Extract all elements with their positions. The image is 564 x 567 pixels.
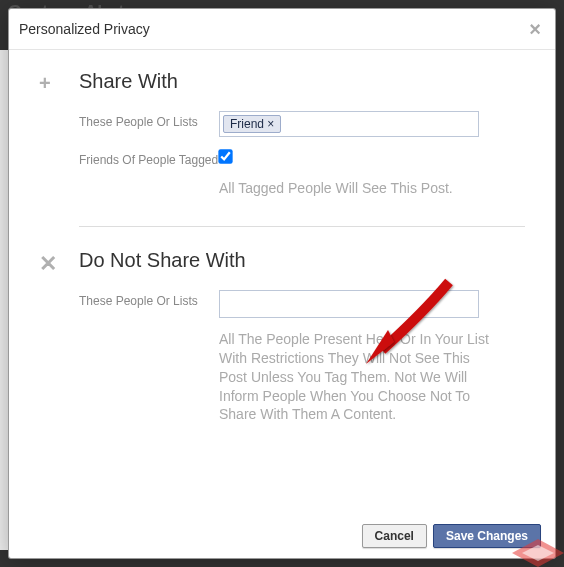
share-people-label: These People Or Lists bbox=[79, 111, 219, 129]
modal-title: Personalized Privacy bbox=[19, 21, 150, 37]
friends-tagged-label: Friends Of People Tagged bbox=[79, 149, 219, 167]
privacy-modal: Personalized Privacy × + Share With Thes… bbox=[8, 8, 556, 559]
share-people-input[interactable]: Friend × bbox=[219, 111, 479, 137]
cancel-button[interactable]: Cancel bbox=[362, 524, 427, 548]
not-share-section: ✕ Do Not Share With These People Or List… bbox=[39, 249, 525, 434]
friends-tagged-row: Friends Of People Tagged bbox=[79, 149, 525, 167]
not-share-people-row: These People Or Lists bbox=[79, 290, 525, 318]
not-share-people-input[interactable] bbox=[219, 290, 479, 318]
plus-icon: + bbox=[39, 70, 61, 208]
share-with-heading: Share With bbox=[79, 70, 525, 93]
modal-body: + Share With These People Or Lists Frien… bbox=[9, 50, 555, 514]
x-icon: ✕ bbox=[39, 249, 61, 434]
modal-header: Personalized Privacy × bbox=[9, 9, 555, 50]
section-divider bbox=[79, 226, 525, 227]
not-share-heading: Do Not Share With bbox=[79, 249, 525, 272]
not-share-info-text: All The People Present Here Or In Your L… bbox=[219, 330, 489, 424]
share-with-section: + Share With These People Or Lists Frien… bbox=[39, 70, 525, 208]
friend-token[interactable]: Friend × bbox=[223, 115, 281, 133]
friends-tagged-checkbox[interactable] bbox=[218, 149, 232, 163]
modal-footer: Cancel Save Changes bbox=[9, 514, 555, 558]
not-share-people-label: These People Or Lists bbox=[79, 290, 219, 308]
watermark-icon bbox=[512, 539, 564, 567]
close-icon[interactable]: × bbox=[525, 19, 545, 39]
share-people-row: These People Or Lists Friend × bbox=[79, 111, 525, 137]
share-info-text: All Tagged People Will See This Post. bbox=[219, 179, 489, 198]
